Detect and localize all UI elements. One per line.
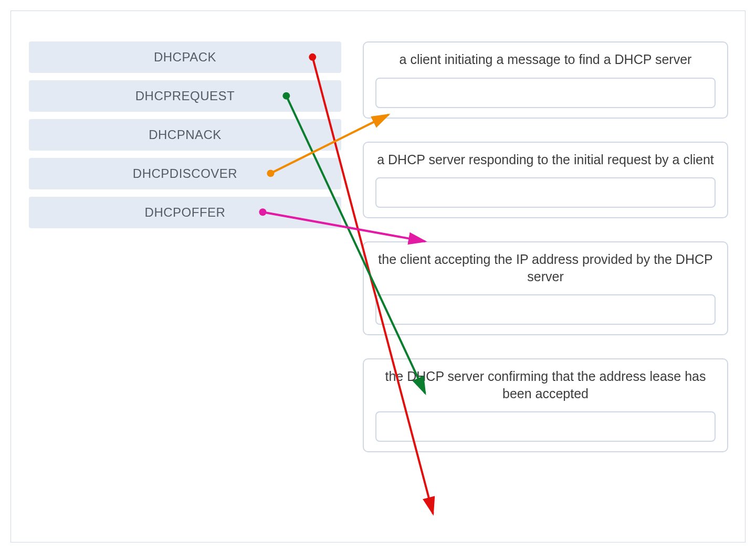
target-description: the client accepting the IP address prov… xyxy=(375,251,716,285)
drop-slot[interactable] xyxy=(375,294,716,325)
source-term-dhcprequest[interactable]: DHCPREQUEST xyxy=(29,80,341,112)
target-card: a client initiating a message to find a … xyxy=(363,41,728,119)
target-description: a client initiating a message to find a … xyxy=(375,51,716,68)
target-descriptions-column: a client initiating a message to find a … xyxy=(363,41,728,475)
source-term-label: DHCPREQUEST xyxy=(135,89,235,103)
drop-slot[interactable] xyxy=(375,411,716,442)
source-term-dhcpdiscover[interactable]: DHCPDISCOVER xyxy=(29,158,341,189)
target-card: a DHCP server responding to the initial … xyxy=(363,142,728,219)
source-terms-column: DHCPACK DHCPREQUEST DHCPNACK DHCPDISCOVE… xyxy=(29,41,341,236)
target-card: the DHCP server confirming that the addr… xyxy=(363,358,728,452)
matching-canvas: DHCPACK DHCPREQUEST DHCPNACK DHCPDISCOVE… xyxy=(10,10,746,543)
source-term-label: DHCPOFFER xyxy=(145,205,226,219)
drop-slot[interactable] xyxy=(375,177,716,208)
source-term-label: DHCPACK xyxy=(154,50,216,64)
source-term-label: DHCPDISCOVER xyxy=(133,166,237,180)
target-card: the client accepting the IP address prov… xyxy=(363,241,728,335)
target-description: the DHCP server confirming that the addr… xyxy=(375,368,716,402)
source-term-dhcpoffer[interactable]: DHCPOFFER xyxy=(29,197,341,228)
drop-slot[interactable] xyxy=(375,78,716,108)
source-term-dhcpack[interactable]: DHCPACK xyxy=(29,41,341,73)
source-term-dhcpnack[interactable]: DHCPNACK xyxy=(29,119,341,151)
source-term-label: DHCPNACK xyxy=(149,127,222,142)
target-description: a DHCP server responding to the initial … xyxy=(375,151,716,168)
